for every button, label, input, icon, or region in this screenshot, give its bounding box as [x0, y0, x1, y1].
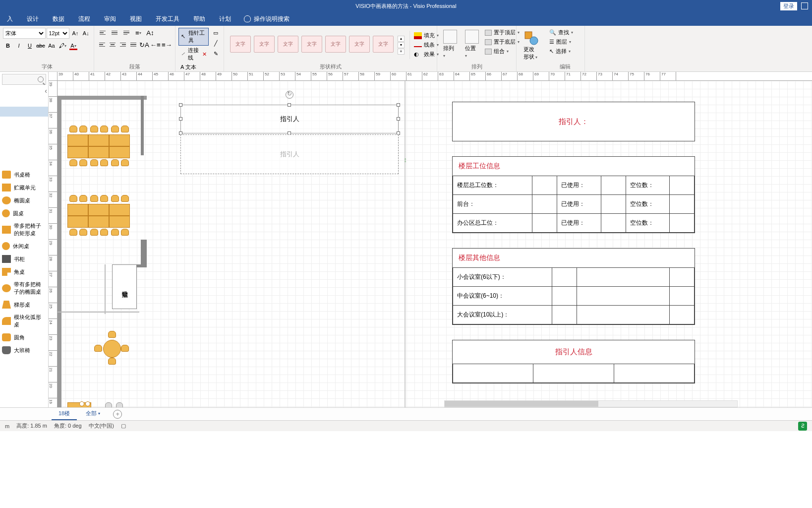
- gallery-more-button[interactable]: ≡: [398, 49, 405, 55]
- shape-item-ellipse-desk[interactable]: 椭圆桌: [0, 194, 48, 207]
- text-direction-button[interactable]: A↕: [145, 28, 156, 38]
- macro-record-icon[interactable]: ▢: [121, 423, 126, 429]
- style-preset-4[interactable]: 文字: [301, 36, 322, 53]
- bullets-button[interactable]: ≡: [133, 28, 144, 38]
- rectangle-tool-button[interactable]: ▭: [211, 28, 221, 38]
- position-icon: [465, 30, 479, 44]
- font-color-button[interactable]: A: [68, 41, 78, 51]
- styles-group-label: 形状样式: [227, 62, 434, 71]
- shape-item-round-corner[interactable]: 圆角: [0, 331, 48, 344]
- tab-process[interactable]: 流程: [71, 12, 97, 26]
- fill-button[interactable]: 填充: [413, 31, 440, 40]
- gallery-up-button[interactable]: ▴: [398, 36, 405, 42]
- bring-front-button[interactable]: 置于顶层: [484, 28, 521, 37]
- shape-item-ellipse-desk-chairs[interactable]: 带有多把椅子的椭圆桌: [0, 278, 48, 298]
- rotate-handle[interactable]: [286, 91, 293, 99]
- align-middle-button[interactable]: [109, 28, 120, 38]
- align-right-button[interactable]: [118, 40, 127, 50]
- page-tab-all[interactable]: 全部▾: [79, 408, 107, 420]
- status-width: m: [5, 423, 9, 429]
- tab-design[interactable]: 设计: [20, 12, 46, 26]
- font-family-select[interactable]: 宋体: [3, 28, 46, 39]
- shapes-search-input[interactable]: [2, 74, 46, 85]
- tab-insert[interactable]: 入: [0, 12, 20, 26]
- increase-font-button[interactable]: A↑: [70, 28, 80, 38]
- shape-item-round-desk[interactable]: 圆桌: [0, 207, 48, 220]
- style-preset-5[interactable]: 文字: [325, 36, 346, 53]
- tab-review[interactable]: 审阅: [97, 12, 123, 26]
- shape-item-rect-desk-chairs[interactable]: 带多把椅子的矩形桌: [0, 220, 48, 240]
- selected-shape-1[interactable]: 指引人: [180, 105, 399, 133]
- strikethrough-button[interactable]: abc: [36, 41, 46, 51]
- style-preset-3[interactable]: 文字: [278, 36, 298, 53]
- align-top-button[interactable]: [97, 28, 108, 38]
- guide-person-title: 指引人：: [552, 110, 595, 133]
- freeform-tool-button[interactable]: ✎: [211, 49, 221, 59]
- search-icon: 🔍: [549, 29, 556, 36]
- tab-plan[interactable]: 计划: [212, 12, 238, 26]
- text-tool-button[interactable]: A 文本: [178, 63, 209, 72]
- style-preset-2[interactable]: 文字: [254, 36, 275, 53]
- selected-shape-2-ghost[interactable]: 指引人 ↕: [180, 134, 399, 174]
- page-tab-18f[interactable]: 18楼: [52, 408, 77, 420]
- canvas-area[interactable]: 3940414243444546474849505152535455565758…: [49, 72, 812, 407]
- shape-item-leisure-desk[interactable]: 休闲桌: [0, 240, 48, 253]
- shape-item-storage[interactable]: 贮藏单元: [0, 181, 48, 194]
- change-shape-icon: [523, 30, 539, 46]
- tab-data[interactable]: 数据: [46, 12, 71, 26]
- selected-shape-group[interactable]: 指引人 指引人 ↕: [180, 105, 399, 174]
- tab-view[interactable]: 视图: [123, 12, 149, 26]
- shape-item-arc-desk[interactable]: 模块化弧形桌: [0, 311, 48, 331]
- rotate-text-button[interactable]: ↻A: [139, 40, 149, 50]
- align-button[interactable]: 排列: [440, 28, 460, 60]
- zoom-badge[interactable]: Ƨ: [798, 422, 807, 431]
- layers-button[interactable]: ☰图层: [548, 37, 574, 47]
- shape-item-trap-desk[interactable]: 梯形桌: [0, 298, 48, 311]
- increase-indent-button[interactable]: ≡→: [162, 40, 172, 50]
- bold-button[interactable]: B: [3, 41, 13, 51]
- style-preset-7[interactable]: 文字: [373, 36, 394, 53]
- justify-button[interactable]: [129, 40, 138, 50]
- decrease-indent-button[interactable]: ←≡: [150, 40, 161, 50]
- effects-button[interactable]: ◐效果: [413, 50, 440, 59]
- highlight-button[interactable]: 🖍: [58, 41, 67, 51]
- style-preset-1[interactable]: 文字: [230, 36, 251, 53]
- shape-item-cabinet[interactable]: 书柜: [0, 253, 48, 265]
- text-case-button[interactable]: Aa: [47, 41, 57, 51]
- change-shape-button[interactable]: 更改形状: [520, 28, 542, 63]
- align-center-button[interactable]: [108, 40, 117, 50]
- send-back-button[interactable]: 置于底层: [484, 37, 521, 47]
- login-button[interactable]: 登录: [780, 2, 797, 10]
- position-button[interactable]: 位置: [462, 28, 482, 60]
- line-tool-button[interactable]: ╱: [211, 38, 221, 48]
- find-button[interactable]: 🔍查找: [548, 28, 574, 37]
- font-size-select[interactable]: 12pt: [47, 28, 70, 39]
- add-page-button[interactable]: +: [113, 410, 122, 419]
- collapse-panel-button[interactable]: ‹: [45, 87, 47, 95]
- decrease-font-button[interactable]: A↓: [81, 28, 91, 38]
- select-button[interactable]: ↖选择: [548, 47, 574, 56]
- align-left-button[interactable]: [97, 40, 107, 50]
- drawing-canvas[interactable]: 吸烟室: [58, 81, 812, 407]
- floor-other-title: 楼层其他信息: [453, 249, 695, 267]
- status-language[interactable]: 中文(中国): [89, 422, 114, 430]
- align-bottom-button[interactable]: [121, 28, 132, 38]
- status-height: 高度: 1.85 m: [16, 422, 47, 430]
- style-preset-6[interactable]: 文字: [349, 36, 370, 53]
- connector-tool-button[interactable]: ⟋连接线✕: [178, 46, 209, 63]
- tab-help[interactable]: 帮助: [186, 12, 212, 26]
- shape-item-exec-chair[interactable]: 大班椅: [0, 344, 48, 357]
- group-button[interactable]: 组合: [484, 47, 521, 56]
- shape-item-corner-desk[interactable]: 角桌: [0, 265, 48, 278]
- pointer-icon: ↖: [181, 33, 186, 40]
- italic-button[interactable]: I: [14, 41, 24, 51]
- underline-button[interactable]: U: [25, 41, 35, 51]
- tab-developer[interactable]: 开发工具: [149, 12, 186, 26]
- horizontal-scrollbar[interactable]: [444, 400, 738, 407]
- line-button[interactable]: 线条: [413, 40, 440, 50]
- tell-me-search[interactable]: 操作说明搜索: [244, 15, 290, 23]
- gallery-down-button[interactable]: ▾: [398, 42, 405, 48]
- pointer-tool-button[interactable]: ↖指针工具: [178, 28, 209, 46]
- ribbon-options-icon[interactable]: [801, 2, 808, 9]
- shape-item-desk-chair[interactable]: 书桌椅: [0, 168, 48, 181]
